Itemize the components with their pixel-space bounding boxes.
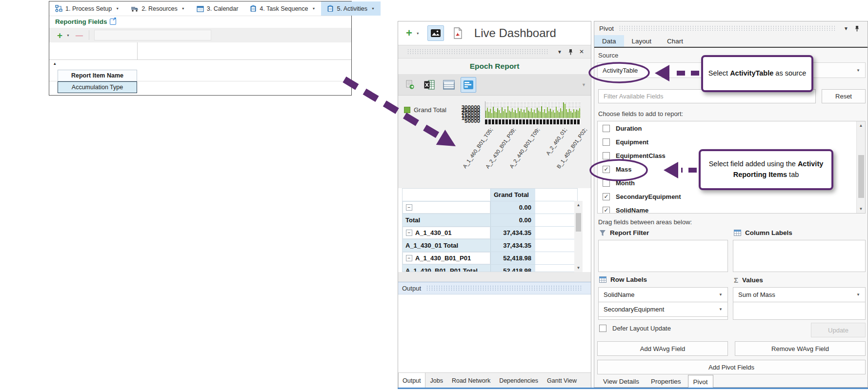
column-labels-header: Column Labels	[734, 229, 792, 236]
checkbox[interactable]: ✓	[603, 138, 610, 146]
open-external-icon[interactable]: ↗	[110, 19, 116, 25]
grid-vertical-scrollbar[interactable]: ▲ ▼	[574, 201, 583, 272]
row-label-item-secondaryequipment[interactable]: SecondaryEquipment ▼	[599, 302, 727, 317]
values-dropzone[interactable]: Sum of Mass ▼	[733, 287, 866, 320]
report-filter-dropzone[interactable]	[598, 240, 728, 272]
output-titlebar: Output	[398, 282, 591, 294]
accumulation-type-cell[interactable]: Accumulation Type	[58, 81, 137, 93]
scroll-up-icon[interactable]: ▲	[577, 201, 581, 209]
add-report-button[interactable]: +	[406, 27, 412, 39]
add-wavg-field-button[interactable]: Add WAvg Field	[597, 341, 728, 356]
table-row[interactable]: A_1_430_01 Total 37,434.35	[403, 239, 577, 252]
export-excel-button[interactable]	[422, 77, 437, 93]
checkbox[interactable]: ✓	[603, 166, 610, 173]
remove-wavg-field-button[interactable]: Remove WAvg Field	[735, 341, 866, 356]
pin-icon[interactable]	[568, 49, 573, 55]
row-label-item-solidname[interactable]: SolidName ▼	[599, 288, 727, 302]
scrollbar-thumb[interactable]	[858, 155, 864, 198]
add-pivot-fields-button[interactable]: Add Pivot Fields	[597, 360, 866, 374]
tab-activities[interactable]: 5. Activities ▼	[321, 1, 380, 16]
tab-layout[interactable]: Layout	[624, 35, 660, 47]
add-field-dropdown-icon[interactable]: ▼	[66, 34, 70, 37]
table-view-icon	[443, 80, 455, 90]
field-item-equipment[interactable]: ✓ Equipment	[598, 135, 865, 149]
add-field-button[interactable]: +	[57, 31, 62, 40]
tab-process-setup[interactable]: 1. Process Setup ▼	[49, 1, 125, 16]
add-report-dropdown-icon[interactable]: ▼	[416, 32, 420, 35]
remove-field-button[interactable]: —	[76, 31, 83, 39]
scrollbar-thumb[interactable]	[576, 213, 581, 232]
update-button[interactable]: Update	[811, 323, 866, 337]
field-item-solidname[interactable]: ✓ SolidName	[598, 203, 865, 214]
field-item-secondaryequipment[interactable]: ✓ SecondaryEquipment	[598, 190, 865, 203]
table-row[interactable]: −A_1_430_B01_P01 52,418.98	[403, 252, 577, 265]
chevron-down-icon: ▼	[371, 7, 375, 10]
collapse-box-icon[interactable]: −	[406, 230, 412, 236]
reporting-fields-panel: 1. Process Setup ▼ 2. Resources ▼ 3. Cal…	[49, 1, 352, 96]
scroll-up-icon[interactable]: ▲	[859, 121, 863, 130]
drag-fields-label: Drag fields between areas below:	[598, 218, 692, 226]
window-dropdown-icon[interactable]: ▼	[844, 26, 848, 31]
window-dropdown-icon[interactable]: ▼	[557, 49, 562, 55]
chart-view-icon	[463, 80, 474, 90]
drag-texture[interactable]	[619, 25, 836, 31]
values-item-sum-of-mass[interactable]: Sum of Mass ▼	[733, 288, 865, 302]
checkbox[interactable]: ✓	[603, 152, 610, 159]
export-data-button[interactable]	[402, 77, 418, 93]
chart-view-button[interactable]	[461, 77, 476, 93]
tab-label: 3. Calendar	[207, 5, 239, 12]
collapse-arrow-icon[interactable]: ▴	[54, 61, 56, 66]
activities-icon	[327, 5, 334, 12]
export-image-button[interactable]	[427, 25, 444, 41]
tab-gantt-view[interactable]: Gantt View	[543, 373, 581, 388]
table-row[interactable]: − 0.00	[403, 201, 577, 214]
scroll-down-icon[interactable]: ▼	[577, 264, 581, 272]
panel-divider[interactable]	[398, 272, 591, 282]
field-item-duration[interactable]: ✓ Duration	[598, 121, 865, 135]
row-labels-dropzone[interactable]: SolidName ▼ SecondaryEquipment ▼	[598, 287, 728, 320]
tab-chart[interactable]: Chart	[659, 35, 691, 47]
collapse-box-icon[interactable]: −	[406, 204, 412, 211]
grid-header-row: Grand Total	[403, 189, 577, 201]
module-tabbar: 1. Process Setup ▼ 2. Resources ▼ 3. Cal…	[49, 1, 351, 16]
tab-view-details[interactable]: View Details	[598, 375, 644, 388]
tab-resources[interactable]: 2. Resources ▼	[125, 1, 191, 16]
reset-button[interactable]: Reset	[822, 89, 866, 103]
table-row[interactable]: A_1_430_B01_P01 Total 52,418.98	[403, 265, 577, 272]
tab-data[interactable]: Data	[594, 35, 624, 47]
tab-task-sequence[interactable]: 4. Task Sequence ▼	[244, 1, 321, 16]
tab-dependencies[interactable]: Dependencies	[495, 373, 542, 388]
drag-texture[interactable]	[426, 285, 582, 291]
table-row[interactable]: −A_1_430_01 37,434.35	[403, 227, 577, 239]
table-row[interactable]: Total 0.00	[403, 214, 577, 227]
callout-select-activitytable: Select ActivityTable as source	[701, 55, 813, 92]
tab-road-network[interactable]: Road Network	[448, 373, 494, 388]
accumulation-type-row[interactable]: Accumulation Type	[49, 81, 351, 94]
collapse-box-icon[interactable]: −	[406, 255, 412, 261]
scroll-down-icon[interactable]: ▼	[859, 205, 863, 213]
fields-vertical-scrollbar[interactable]: ▲ ▼	[856, 121, 865, 213]
checkbox[interactable]: ✓	[603, 125, 610, 132]
column-labels-dropzone[interactable]	[733, 240, 866, 272]
source-label: Source	[598, 52, 618, 59]
tab-calendar[interactable]: 3. Calendar	[191, 1, 244, 16]
pin-icon[interactable]	[854, 25, 860, 32]
chevron-down-icon: ▼	[182, 7, 185, 10]
epoch-report-title: Epoch Report	[398, 58, 591, 74]
grid-corner-cell	[403, 189, 490, 201]
checkbox[interactable]: ✓	[603, 207, 610, 214]
checkbox[interactable]: ✓	[603, 179, 610, 187]
export-pdf-button[interactable]	[451, 25, 464, 41]
defer-layout-checkbox[interactable]: ✓	[599, 325, 606, 332]
checkbox[interactable]: ✓	[603, 193, 610, 200]
tab-label: 5. Activities	[337, 5, 367, 12]
close-icon[interactable]: ✕	[579, 48, 584, 55]
filter-dropdown-icon[interactable]: ▼	[582, 82, 586, 87]
tab-pivot[interactable]: Pivot	[688, 375, 713, 388]
grid-view-button[interactable]	[441, 77, 457, 93]
tab-properties[interactable]: Properties	[646, 375, 686, 388]
drag-texture[interactable]	[407, 49, 549, 55]
tab-jobs[interactable]: Jobs	[426, 373, 447, 388]
report-icon-toolbar: ▼	[398, 74, 591, 96]
tab-output[interactable]: Output	[398, 373, 425, 388]
